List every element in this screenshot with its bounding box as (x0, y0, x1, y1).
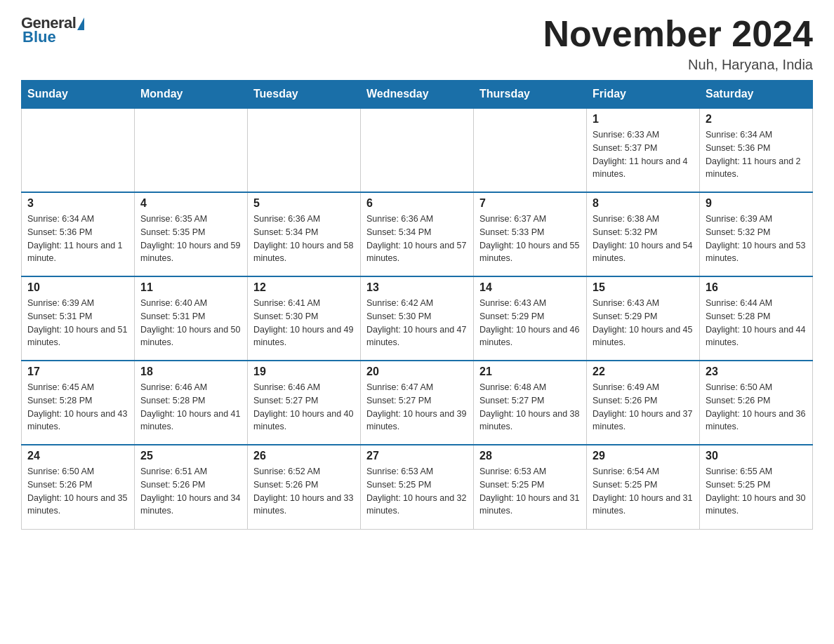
calendar-week-4: 17Sunrise: 6:45 AMSunset: 5:28 PMDayligh… (22, 361, 813, 445)
day-info: Sunrise: 6:33 AMSunset: 5:37 PMDaylight:… (593, 128, 694, 181)
calendar-cell: 18Sunrise: 6:46 AMSunset: 5:28 PMDayligh… (135, 361, 248, 445)
day-info: Sunrise: 6:49 AMSunset: 5:26 PMDaylight:… (593, 381, 694, 434)
calendar-cell: 27Sunrise: 6:53 AMSunset: 5:25 PMDayligh… (361, 445, 474, 529)
calendar-week-5: 24Sunrise: 6:50 AMSunset: 5:26 PMDayligh… (22, 445, 813, 529)
day-number: 12 (253, 281, 355, 294)
day-number: 7 (479, 197, 581, 210)
calendar-header: SundayMondayTuesdayWednesdayThursdayFrid… (22, 81, 813, 109)
day-number: 6 (366, 197, 468, 210)
day-info: Sunrise: 6:46 AMSunset: 5:28 PMDaylight:… (140, 381, 241, 434)
calendar-cell (22, 108, 135, 192)
day-number: 9 (706, 197, 807, 210)
calendar-cell: 14Sunrise: 6:43 AMSunset: 5:29 PMDayligh… (474, 276, 587, 361)
day-info: Sunrise: 6:51 AMSunset: 5:26 PMDaylight:… (140, 465, 241, 518)
calendar-cell: 6Sunrise: 6:36 AMSunset: 5:34 PMDaylight… (361, 192, 474, 276)
day-info: Sunrise: 6:54 AMSunset: 5:25 PMDaylight:… (593, 465, 694, 518)
day-number: 13 (366, 281, 468, 294)
calendar-cell (135, 108, 248, 192)
day-number: 2 (706, 113, 807, 126)
weekday-header-tuesday: Tuesday (248, 81, 361, 109)
day-number: 18 (140, 365, 241, 378)
calendar-cell: 30Sunrise: 6:55 AMSunset: 5:25 PMDayligh… (700, 445, 813, 529)
day-info: Sunrise: 6:52 AMSunset: 5:26 PMDaylight:… (253, 465, 355, 518)
weekday-header-thursday: Thursday (474, 81, 587, 109)
day-number: 5 (253, 197, 355, 210)
calendar-cell: 26Sunrise: 6:52 AMSunset: 5:26 PMDayligh… (248, 445, 361, 529)
calendar-cell: 21Sunrise: 6:48 AMSunset: 5:27 PMDayligh… (474, 361, 587, 445)
day-number: 10 (27, 281, 128, 294)
calendar-cell: 5Sunrise: 6:36 AMSunset: 5:34 PMDaylight… (248, 192, 361, 276)
day-info: Sunrise: 6:39 AMSunset: 5:31 PMDaylight:… (27, 297, 128, 349)
day-number: 25 (140, 450, 241, 462)
day-number: 24 (27, 450, 128, 462)
day-number: 17 (27, 365, 128, 378)
day-info: Sunrise: 6:36 AMSunset: 5:34 PMDaylight:… (253, 213, 355, 265)
calendar-cell: 13Sunrise: 6:42 AMSunset: 5:30 PMDayligh… (361, 276, 474, 361)
calendar-cell: 17Sunrise: 6:45 AMSunset: 5:28 PMDayligh… (22, 361, 135, 445)
weekday-header-row: SundayMondayTuesdayWednesdayThursdayFrid… (22, 81, 813, 109)
day-info: Sunrise: 6:46 AMSunset: 5:27 PMDaylight:… (253, 381, 355, 434)
calendar-cell: 29Sunrise: 6:54 AMSunset: 5:25 PMDayligh… (587, 445, 700, 529)
day-number: 16 (706, 281, 807, 294)
day-info: Sunrise: 6:40 AMSunset: 5:31 PMDaylight:… (140, 297, 241, 349)
location-text: Nuh, Haryana, India (543, 57, 813, 73)
page-header: General Blue November 2024 Nuh, Haryana,… (21, 14, 813, 73)
day-info: Sunrise: 6:39 AMSunset: 5:32 PMDaylight:… (706, 213, 807, 265)
calendar-cell: 28Sunrise: 6:53 AMSunset: 5:25 PMDayligh… (474, 445, 587, 529)
day-info: Sunrise: 6:50 AMSunset: 5:26 PMDaylight:… (706, 381, 807, 434)
calendar-cell: 16Sunrise: 6:44 AMSunset: 5:28 PMDayligh… (700, 276, 813, 361)
calendar-cell: 11Sunrise: 6:40 AMSunset: 5:31 PMDayligh… (135, 276, 248, 361)
calendar-cell: 12Sunrise: 6:41 AMSunset: 5:30 PMDayligh… (248, 276, 361, 361)
day-info: Sunrise: 6:37 AMSunset: 5:33 PMDaylight:… (479, 213, 581, 265)
day-info: Sunrise: 6:47 AMSunset: 5:27 PMDaylight:… (366, 381, 468, 434)
calendar-cell: 1Sunrise: 6:33 AMSunset: 5:37 PMDaylight… (587, 108, 700, 192)
day-number: 21 (479, 365, 581, 378)
weekday-header-friday: Friday (587, 81, 700, 109)
weekday-header-monday: Monday (135, 81, 248, 109)
calendar-week-3: 10Sunrise: 6:39 AMSunset: 5:31 PMDayligh… (22, 276, 813, 361)
day-info: Sunrise: 6:41 AMSunset: 5:30 PMDaylight:… (253, 297, 355, 349)
day-number: 28 (479, 450, 581, 462)
day-number: 27 (366, 450, 468, 462)
calendar-week-2: 3Sunrise: 6:34 AMSunset: 5:36 PMDaylight… (22, 192, 813, 276)
calendar-cell: 22Sunrise: 6:49 AMSunset: 5:26 PMDayligh… (587, 361, 700, 445)
day-info: Sunrise: 6:53 AMSunset: 5:25 PMDaylight:… (366, 465, 468, 518)
calendar-cell: 10Sunrise: 6:39 AMSunset: 5:31 PMDayligh… (22, 276, 135, 361)
weekday-header-sunday: Sunday (22, 81, 135, 109)
day-info: Sunrise: 6:50 AMSunset: 5:26 PMDaylight:… (27, 465, 128, 518)
month-title: November 2024 (543, 14, 813, 54)
day-info: Sunrise: 6:45 AMSunset: 5:28 PMDaylight:… (27, 381, 128, 434)
calendar-cell: 25Sunrise: 6:51 AMSunset: 5:26 PMDayligh… (135, 445, 248, 529)
logo: General Blue (21, 14, 84, 46)
day-number: 30 (706, 450, 807, 462)
day-number: 3 (27, 197, 128, 210)
calendar-cell: 23Sunrise: 6:50 AMSunset: 5:26 PMDayligh… (700, 361, 813, 445)
day-number: 11 (140, 281, 241, 294)
day-info: Sunrise: 6:35 AMSunset: 5:35 PMDaylight:… (140, 213, 241, 265)
day-info: Sunrise: 6:44 AMSunset: 5:28 PMDaylight:… (706, 297, 807, 349)
calendar-body: 1Sunrise: 6:33 AMSunset: 5:37 PMDaylight… (22, 108, 813, 529)
calendar-cell: 8Sunrise: 6:38 AMSunset: 5:32 PMDaylight… (587, 192, 700, 276)
calendar-cell: 19Sunrise: 6:46 AMSunset: 5:27 PMDayligh… (248, 361, 361, 445)
day-info: Sunrise: 6:48 AMSunset: 5:27 PMDaylight:… (479, 381, 581, 434)
calendar-cell (361, 108, 474, 192)
day-number: 8 (593, 197, 694, 210)
logo-triangle-icon (77, 18, 84, 30)
calendar-cell: 24Sunrise: 6:50 AMSunset: 5:26 PMDayligh… (22, 445, 135, 529)
weekday-header-wednesday: Wednesday (361, 81, 474, 109)
day-number: 14 (479, 281, 581, 294)
title-block: November 2024 Nuh, Haryana, India (543, 14, 813, 73)
day-number: 19 (253, 365, 355, 378)
day-info: Sunrise: 6:34 AMSunset: 5:36 PMDaylight:… (706, 128, 807, 181)
day-info: Sunrise: 6:42 AMSunset: 5:30 PMDaylight:… (366, 297, 468, 349)
day-number: 29 (593, 450, 694, 462)
day-number: 4 (140, 197, 241, 210)
day-info: Sunrise: 6:34 AMSunset: 5:36 PMDaylight:… (27, 213, 128, 265)
calendar-week-1: 1Sunrise: 6:33 AMSunset: 5:37 PMDaylight… (22, 108, 813, 192)
day-number: 15 (593, 281, 694, 294)
day-number: 26 (253, 450, 355, 462)
day-info: Sunrise: 6:55 AMSunset: 5:25 PMDaylight:… (706, 465, 807, 518)
calendar-table: SundayMondayTuesdayWednesdayThursdayFrid… (21, 80, 813, 530)
calendar-cell: 20Sunrise: 6:47 AMSunset: 5:27 PMDayligh… (361, 361, 474, 445)
calendar-cell: 4Sunrise: 6:35 AMSunset: 5:35 PMDaylight… (135, 192, 248, 276)
